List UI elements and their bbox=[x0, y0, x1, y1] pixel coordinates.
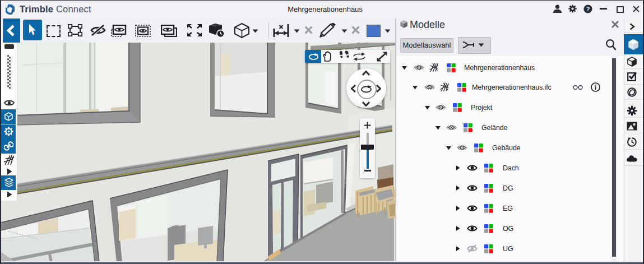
svg-text:?: ? bbox=[586, 6, 590, 12]
